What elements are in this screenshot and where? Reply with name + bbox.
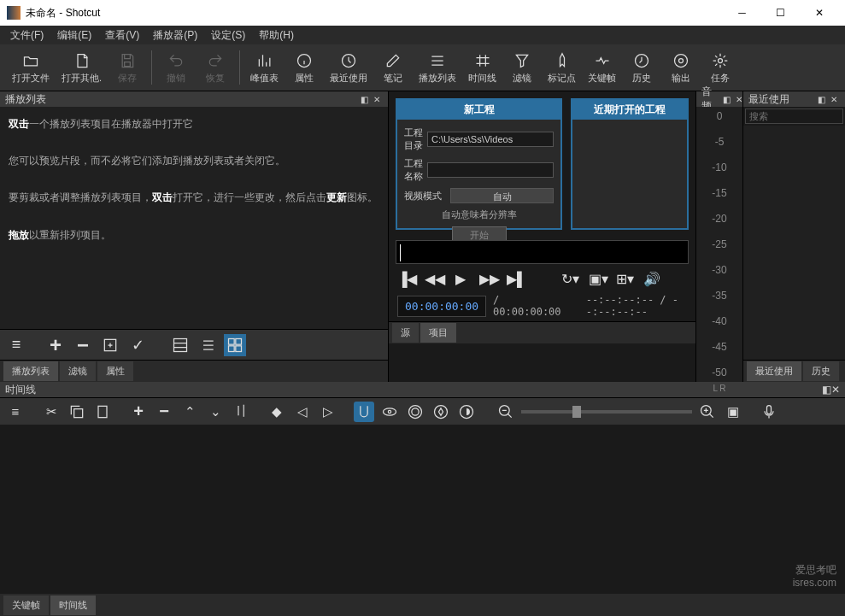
lift-icon[interactable]: ⌃	[179, 402, 200, 422]
undo-button[interactable]: 撤销	[157, 50, 195, 86]
panel-close-icon[interactable]: ✕	[831, 384, 840, 396]
rewind-icon[interactable]: ◀◀	[425, 271, 442, 287]
undock-icon[interactable]: ◧	[720, 95, 733, 104]
append-icon[interactable]: +	[128, 402, 149, 422]
tab-properties[interactable]: 属性	[97, 361, 133, 381]
playlist-tabs: 播放列表 滤镜 属性	[0, 360, 388, 382]
zoom-out-icon[interactable]	[496, 402, 516, 422]
cut-icon[interactable]: ✂	[41, 402, 62, 422]
history-icon	[632, 51, 651, 70]
tab-source[interactable]: 源	[392, 323, 419, 343]
next-marker-icon[interactable]: ▷	[318, 402, 338, 422]
forward-icon[interactable]: ▶▶	[479, 271, 496, 287]
check-icon[interactable]: ✓	[126, 334, 149, 356]
properties-button[interactable]: 属性	[285, 50, 323, 86]
export-button[interactable]: 输出	[662, 50, 700, 86]
keyframes-button[interactable]: 关键帧	[583, 50, 621, 86]
timeline-tracks[interactable]	[0, 425, 845, 573]
minimize-button[interactable]: ─	[723, 0, 761, 26]
add-icon[interactable]: +	[44, 334, 67, 356]
tl-menu-icon[interactable]: ≡	[5, 402, 26, 422]
menu-view[interactable]: 查看(V)	[98, 26, 146, 44]
gear-icon	[711, 51, 730, 70]
undock-icon[interactable]: ◧	[822, 384, 831, 396]
timeline-button[interactable]: 时间线	[463, 50, 502, 86]
tab-playlist[interactable]: 播放列表	[3, 361, 58, 381]
recent-button[interactable]: 最近使用	[325, 50, 373, 86]
view-list-icon[interactable]	[197, 334, 219, 356]
zoom-slider[interactable]	[521, 410, 692, 414]
jobs-button[interactable]: 任务	[701, 50, 739, 86]
timecode-total: / 00:00:00:00	[493, 294, 560, 318]
scrub-icon[interactable]	[379, 402, 400, 422]
undock-icon[interactable]: ◧	[358, 95, 371, 104]
paste-icon[interactable]	[92, 402, 113, 422]
menu-edit[interactable]: 编辑(E)	[50, 26, 98, 44]
play-icon[interactable]: ▶	[452, 271, 469, 287]
timecode-current[interactable]: 00:00:00:00	[397, 296, 486, 317]
ripple-icon[interactable]	[405, 402, 425, 422]
close-button[interactable]: ✕	[800, 0, 838, 26]
video-mode-select[interactable]: 自动	[450, 188, 554, 203]
project-dir-input[interactable]	[427, 132, 554, 147]
peak-meter-button[interactable]: 峰值表	[245, 50, 284, 86]
zoom-fit-icon[interactable]: ▣▾	[589, 271, 606, 287]
record-audio-icon[interactable]	[759, 402, 779, 422]
keyframe-icon	[593, 51, 612, 70]
volume-icon[interactable]: 🔊	[643, 271, 660, 287]
menu-icon[interactable]: ≡	[5, 334, 27, 356]
tab-keyframes[interactable]: 关键帧	[3, 595, 49, 615]
folder-open-icon	[21, 51, 40, 70]
insert-icon[interactable]	[99, 334, 121, 356]
menu-player[interactable]: 播放器(P)	[146, 26, 204, 44]
panel-close-icon[interactable]: ✕	[828, 95, 840, 104]
project-name-input[interactable]	[427, 162, 554, 178]
filters-button[interactable]: 滤镜	[503, 50, 541, 86]
copy-icon[interactable]	[67, 402, 87, 422]
markers-button[interactable]: 标记点	[543, 50, 581, 86]
remove-icon[interactable]: −	[72, 334, 94, 356]
split-icon[interactable]: 〢	[231, 402, 251, 422]
playlist-button[interactable]: 播放列表	[414, 50, 461, 86]
marker-add-icon[interactable]: ◆	[267, 402, 287, 422]
undock-icon[interactable]: ◧	[815, 95, 828, 104]
zoom-fit-icon[interactable]: ▣	[723, 402, 743, 422]
loop-icon[interactable]: ↻▾	[561, 271, 578, 287]
recent-search-input[interactable]	[745, 109, 843, 124]
prev-marker-icon[interactable]: ◁	[292, 402, 313, 422]
skip-start-icon[interactable]: ▐◀	[397, 271, 414, 287]
ripple-markers-icon[interactable]	[456, 402, 477, 422]
menu-help[interactable]: 帮助(H)	[252, 26, 301, 44]
ripple-all-icon[interactable]	[431, 402, 451, 422]
tab-recent[interactable]: 最近使用	[747, 361, 801, 381]
tab-timeline[interactable]: 时间线	[50, 595, 96, 615]
tab-project[interactable]: 项目	[420, 323, 456, 343]
overwrite-icon[interactable]: ⌄	[205, 402, 226, 422]
redo-button[interactable]: 恢复	[197, 50, 234, 86]
timecode-inout: --:--:--:-- / --:--:--:--	[586, 294, 687, 318]
preview-area[interactable]	[396, 240, 689, 264]
svg-point-5	[719, 58, 723, 62]
panel-close-icon[interactable]: ✕	[371, 95, 383, 104]
maximize-button[interactable]: ☐	[761, 0, 800, 26]
menubar: 文件(F) 编辑(E) 查看(V) 播放器(P) 设定(S) 帮助(H)	[0, 26, 845, 44]
tab-history[interactable]: 历史	[803, 361, 839, 381]
snap-icon[interactable]	[354, 402, 374, 422]
notes-button[interactable]: 笔记	[374, 50, 412, 86]
view-details-icon[interactable]	[169, 334, 191, 356]
menu-file[interactable]: 文件(F)	[3, 26, 50, 44]
open-file-button[interactable]: 打开文件	[7, 50, 55, 86]
save-button[interactable]: 保存	[109, 50, 146, 86]
view-grid-icon[interactable]	[224, 334, 246, 356]
titlebar: 未命名 - Shotcut ─ ☐ ✕	[0, 0, 845, 26]
recent-panel: 最近使用◧✕ 最近使用 历史	[742, 91, 845, 382]
skip-end-icon[interactable]: ▶▌	[507, 271, 524, 287]
open-other-button[interactable]: 打开其他.	[56, 50, 107, 86]
history-button[interactable]: 历史	[623, 50, 660, 86]
zoom-in-icon[interactable]	[697, 402, 718, 422]
grid-icon[interactable]: ⊞▾	[616, 271, 633, 287]
remove-icon[interactable]: −	[154, 402, 174, 422]
menu-settings[interactable]: 设定(S)	[204, 26, 252, 44]
audio-lr-label: L R	[696, 382, 742, 395]
tab-filters[interactable]: 滤镜	[60, 361, 96, 381]
